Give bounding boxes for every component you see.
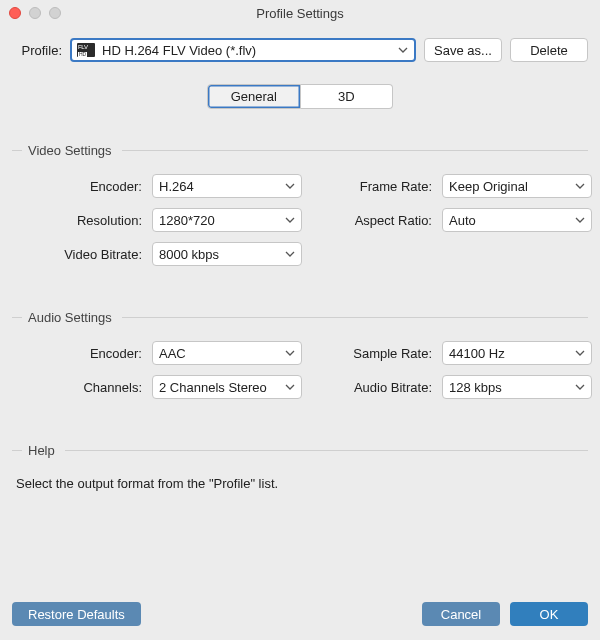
aspect-ratio-label: Aspect Ratio: <box>312 213 432 228</box>
ok-button[interactable]: OK <box>510 602 588 626</box>
window-controls <box>9 7 61 19</box>
help-heading: Help <box>12 443 588 458</box>
audio-settings-heading: Audio Settings <box>12 310 588 325</box>
help-text: Select the output format from the "Profi… <box>12 474 588 491</box>
delete-button[interactable]: Delete <box>510 38 588 62</box>
chevron-down-icon <box>575 384 585 390</box>
video-bitrate-label: Video Bitrate: <box>12 247 142 262</box>
restore-defaults-button[interactable]: Restore Defaults <box>12 602 141 626</box>
cancel-button[interactable]: Cancel <box>422 602 500 626</box>
sample-rate-label: Sample Rate: <box>312 346 432 361</box>
chevron-down-icon <box>398 47 408 53</box>
frame-rate-dropdown[interactable]: Keep Original <box>442 174 592 198</box>
window-title: Profile Settings <box>256 6 343 21</box>
channels-label: Channels: <box>12 380 142 395</box>
chevron-down-icon <box>285 251 295 257</box>
sample-rate-dropdown[interactable]: 44100 Hz <box>442 341 592 365</box>
chevron-down-icon <box>575 183 585 189</box>
resolution-label: Resolution: <box>12 213 142 228</box>
chevron-down-icon <box>285 217 295 223</box>
save-as-button[interactable]: Save as... <box>424 38 502 62</box>
footer: Restore Defaults Cancel OK <box>0 592 600 640</box>
profile-value: HD H.264 FLV Video (*.flv) <box>102 43 393 58</box>
audio-encoder-label: Encoder: <box>12 346 142 361</box>
profile-dropdown[interactable]: HD H.264 FLV Video (*.flv) <box>70 38 416 62</box>
resolution-dropdown[interactable]: 1280*720 <box>152 208 302 232</box>
profile-label: Profile: <box>12 43 62 58</box>
zoom-icon <box>49 7 61 19</box>
channels-dropdown[interactable]: 2 Channels Stereo <box>152 375 302 399</box>
audio-bitrate-label: Audio Bitrate: <box>312 380 432 395</box>
chevron-down-icon <box>575 217 585 223</box>
audio-bitrate-dropdown[interactable]: 128 kbps <box>442 375 592 399</box>
chevron-down-icon <box>285 350 295 356</box>
video-settings-heading: Video Settings <box>12 143 588 158</box>
chevron-down-icon <box>285 384 295 390</box>
close-icon[interactable] <box>9 7 21 19</box>
minimize-icon <box>29 7 41 19</box>
chevron-down-icon <box>575 350 585 356</box>
tab-3d[interactable]: 3D <box>301 84 394 109</box>
video-encoder-label: Encoder: <box>12 179 142 194</box>
video-bitrate-dropdown[interactable]: 8000 kbps <box>152 242 302 266</box>
frame-rate-label: Frame Rate: <box>312 179 432 194</box>
tab-general[interactable]: General <box>207 84 301 109</box>
titlebar: Profile Settings <box>0 0 600 28</box>
tab-switcher: General 3D <box>207 84 393 109</box>
aspect-ratio-dropdown[interactable]: Auto <box>442 208 592 232</box>
video-encoder-dropdown[interactable]: H.264 <box>152 174 302 198</box>
chevron-down-icon <box>285 183 295 189</box>
audio-encoder-dropdown[interactable]: AAC <box>152 341 302 365</box>
flv-file-icon <box>77 43 95 57</box>
